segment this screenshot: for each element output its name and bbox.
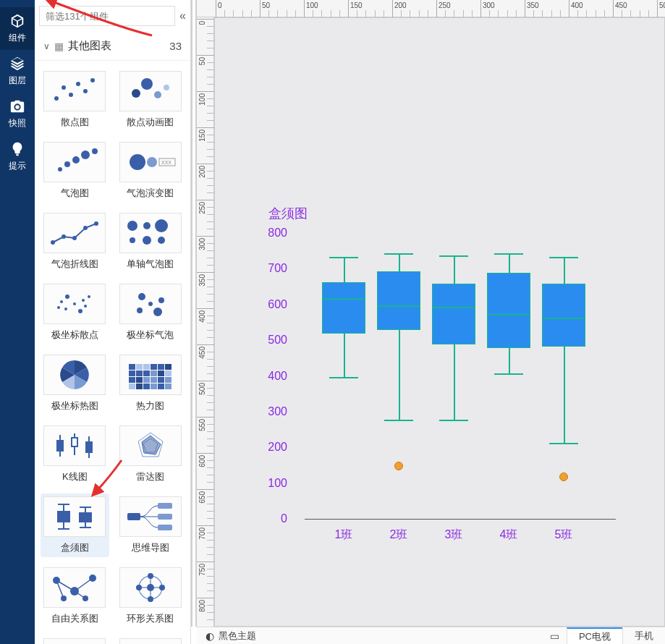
component-item[interactable]: 散点动画图	[117, 68, 185, 132]
component-thumb	[43, 71, 106, 111]
y-tick-label: 400	[251, 370, 287, 383]
rail-tips[interactable]: 提示	[0, 135, 35, 178]
svg-point-32	[82, 299, 85, 302]
component-item[interactable]	[41, 635, 109, 644]
component-thumb	[43, 567, 106, 608]
component-item[interactable]	[117, 635, 185, 644]
svg-point-25	[143, 222, 151, 229]
component-item[interactable]: 气泡折线图	[41, 210, 109, 274]
svg-rect-51	[136, 370, 143, 376]
tab-mobile[interactable]: 手机	[622, 627, 665, 644]
y-tick-label: 200	[251, 441, 287, 454]
component-label: 雷达图	[136, 470, 164, 483]
svg-point-95	[89, 575, 96, 582]
svg-point-29	[158, 237, 165, 244]
component-item[interactable]: 盒须图	[41, 493, 109, 557]
svg-point-15	[130, 154, 145, 170]
canvas-page: 盒须图 0100200300400500600700800 1班2班3班4班5班	[225, 24, 659, 627]
layers-icon	[9, 56, 25, 72]
svg-rect-85	[127, 513, 140, 520]
collapse-icon[interactable]: «	[179, 9, 186, 22]
svg-rect-88	[158, 525, 172, 530]
section-title: 其他图表	[68, 39, 111, 53]
component-item[interactable]: 自由关系图	[41, 564, 109, 628]
svg-point-19	[51, 240, 55, 245]
component-item[interactable]: K线图	[41, 423, 109, 486]
responsive-icon[interactable]: ▭	[543, 630, 567, 642]
rail-components[interactable]: 组件	[0, 7, 35, 50]
tab-pc[interactable]: PC电视	[567, 627, 622, 644]
svg-rect-60	[158, 377, 164, 383]
component-item[interactable]: 思维导图	[117, 493, 185, 557]
component-item[interactable]: 雷达图	[117, 423, 185, 486]
component-thumb	[43, 425, 106, 466]
section-header[interactable]: ∨ ▦ 其他图表 33	[35, 32, 190, 61]
svg-point-8	[154, 91, 161, 98]
svg-rect-44	[129, 364, 135, 370]
component-item[interactable]: 气泡图	[41, 139, 109, 203]
svg-point-23	[94, 221, 98, 226]
svg-point-42	[153, 308, 162, 316]
component-item[interactable]: 环形关系图	[117, 564, 185, 628]
svg-rect-48	[158, 364, 164, 370]
x-tick-label: 5班	[542, 528, 585, 543]
component-item[interactable]: XXX气泡演变图	[117, 139, 185, 203]
component-item[interactable]: 散点图	[41, 68, 109, 132]
divider[interactable]	[191, 0, 192, 627]
rail-layers[interactable]: 图层	[0, 50, 35, 93]
svg-marker-76	[142, 436, 161, 454]
component-thumb: XXX	[119, 142, 182, 182]
svg-point-38	[57, 306, 60, 309]
box	[542, 234, 585, 520]
ruler-vertical: 0501001502002503003504004505005506006507…	[197, 17, 214, 627]
rail-snapshot[interactable]: 快照	[0, 93, 35, 135]
svg-rect-87	[158, 514, 172, 520]
svg-rect-56	[129, 377, 135, 383]
svg-point-35	[84, 305, 87, 308]
svg-rect-67	[165, 384, 171, 389]
svg-point-39	[148, 302, 153, 306]
theme-toggle[interactable]: ◐ 黑色主题	[197, 630, 265, 643]
component-thumb	[119, 496, 182, 537]
component-item[interactable]: 热力图	[117, 352, 185, 415]
component-panel: « ∨ ▦ 其他图表 33 散点图散点动画图气泡图XXX气泡演变图气泡折线图单轴…	[35, 0, 191, 644]
svg-point-30	[73, 302, 76, 305]
svg-point-28	[143, 236, 151, 245]
svg-point-20	[62, 234, 66, 239]
x-tick-label: 4班	[487, 528, 530, 543]
component-thumb	[119, 355, 182, 395]
svg-point-93	[53, 577, 60, 584]
cube-icon	[9, 13, 25, 29]
component-item[interactable]: 极坐标散点	[41, 281, 109, 344]
svg-point-1	[62, 85, 66, 90]
component-label: 环形关系图	[127, 612, 174, 625]
component-item[interactable]: 单轴气泡图	[117, 210, 185, 274]
svg-rect-65	[151, 384, 157, 389]
component-thumb	[43, 284, 106, 324]
svg-point-16	[147, 157, 157, 167]
component-thumb	[119, 638, 182, 644]
component-label: 盒须图	[61, 541, 89, 554]
svg-point-34	[64, 308, 67, 310]
svg-point-31	[65, 295, 69, 299]
component-thumb	[43, 213, 106, 253]
box	[432, 234, 475, 520]
component-item[interactable]: 极坐标热图	[41, 352, 109, 415]
svg-point-97	[61, 596, 67, 601]
search-input[interactable]	[39, 6, 175, 26]
svg-rect-52	[143, 370, 150, 376]
x-tick-label: 3班	[432, 528, 475, 543]
svg-point-5	[90, 78, 95, 82]
svg-point-6	[132, 89, 140, 98]
canvas[interactable]: 盒须图 0100200300400500600700800 1班2班3班4班5班	[214, 17, 665, 627]
svg-point-13	[81, 151, 90, 159]
component-label: 气泡图	[61, 187, 89, 200]
rail-label: 提示	[9, 160, 26, 172]
svg-rect-53	[151, 370, 157, 376]
svg-rect-57	[136, 377, 143, 383]
component-item[interactable]: 极坐标气泡	[117, 281, 185, 344]
svg-point-7	[141, 78, 153, 90]
boxplot-chart[interactable]: 盒须图 0100200300400500600700800 1班2班3班4班5班	[254, 205, 630, 552]
component-label: 极坐标热图	[51, 399, 98, 412]
component-thumb	[43, 496, 106, 537]
